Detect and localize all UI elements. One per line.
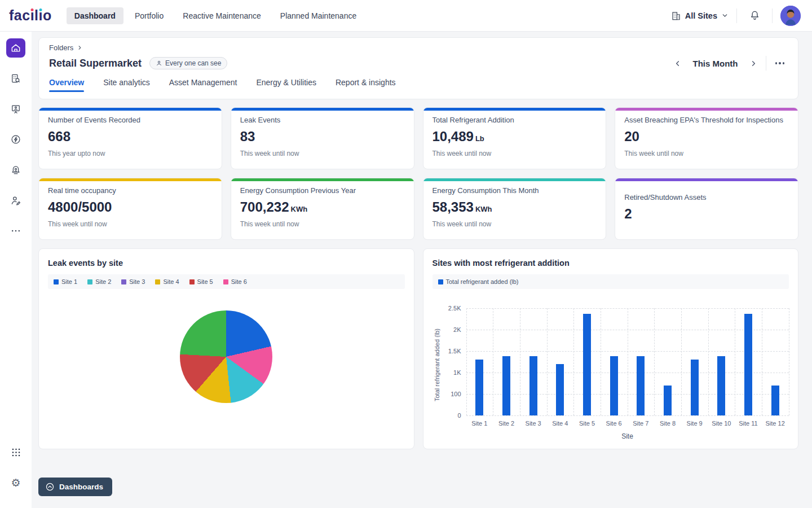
tab-asset-management[interactable]: Asset Management bbox=[169, 78, 237, 92]
user-avatar[interactable] bbox=[780, 6, 801, 26]
bar-site-8[interactable] bbox=[664, 386, 672, 415]
legend-label: Total refrigerant added (lb) bbox=[446, 278, 519, 285]
dashboard-tabs: Overview Site analytics Asset Management… bbox=[49, 78, 788, 92]
refrigerant-bar-chart[interactable]: Total refrigerant added (lb) 01001K1.5K2… bbox=[433, 292, 789, 439]
bar-site-3[interactable] bbox=[529, 356, 537, 415]
more-options-button[interactable] bbox=[772, 59, 788, 68]
visibility-badge-label: Every one can see bbox=[165, 59, 221, 67]
legend-swatch bbox=[87, 279, 92, 284]
legend-item[interactable]: Site 3 bbox=[121, 278, 145, 285]
nav-item-planned-maintenance[interactable]: Planned Maintenance bbox=[272, 7, 364, 24]
bar-site-9[interactable] bbox=[691, 360, 699, 415]
dashboards-button[interactable]: Dashboards bbox=[38, 478, 112, 496]
gridline bbox=[493, 308, 493, 415]
y-tick-label: 1.5K bbox=[448, 348, 461, 354]
gridline bbox=[681, 308, 682, 415]
notifications-button[interactable] bbox=[745, 6, 764, 25]
next-period-button[interactable] bbox=[747, 57, 760, 70]
sidebar-item-assets[interactable] bbox=[6, 99, 25, 119]
gridline bbox=[466, 415, 789, 416]
breadcrumb[interactable]: Folders bbox=[49, 43, 788, 52]
sidebar-item-more[interactable] bbox=[6, 221, 25, 240]
legend-item[interactable]: Site 1 bbox=[54, 278, 77, 285]
building-icon bbox=[671, 11, 681, 21]
breadcrumb-folders[interactable]: Folders bbox=[49, 43, 73, 52]
sidebar-item-portfolio[interactable] bbox=[6, 69, 25, 88]
bar-site-5[interactable] bbox=[583, 314, 591, 415]
alarm-person-icon bbox=[10, 164, 21, 176]
stat-card-energy-previous-year[interactable]: Energy Consumption Previous Year 700,232… bbox=[231, 178, 414, 240]
sidebar-item-alarms[interactable] bbox=[6, 160, 25, 179]
bar-site-7[interactable] bbox=[637, 356, 645, 415]
stat-card-refrigerant-addition[interactable]: Total Refrigerant Addition 10,489Lb This… bbox=[423, 107, 607, 169]
settings-button[interactable]: ⚙ bbox=[6, 473, 25, 492]
tab-site-analytics[interactable]: Site analytics bbox=[103, 78, 149, 92]
legend-label: Site 1 bbox=[61, 278, 77, 285]
bar-site-4[interactable] bbox=[556, 364, 564, 415]
legend-item[interactable]: Site 6 bbox=[223, 278, 247, 285]
bell-icon bbox=[749, 10, 760, 21]
y-tick-label: 2K bbox=[453, 326, 461, 333]
legend-item[interactable]: Site 5 bbox=[189, 278, 213, 285]
card-value: 2 bbox=[624, 206, 789, 222]
stat-card-leak-events[interactable]: Leak Events 83 This week until now bbox=[231, 107, 414, 169]
x-tick-label: Site 4 bbox=[552, 420, 568, 427]
apps-grid-icon bbox=[11, 447, 21, 458]
divider bbox=[772, 8, 773, 23]
visibility-badge[interactable]: Every one can see bbox=[149, 57, 227, 69]
card-accent-bar bbox=[231, 178, 414, 181]
legend-swatch bbox=[223, 279, 228, 284]
y-tick-label: 2.5K bbox=[448, 305, 461, 312]
pie-legend: Site 1Site 2Site 3Site 4Site 5Site 6 bbox=[48, 274, 405, 289]
tab-overview[interactable]: Overview bbox=[49, 78, 84, 92]
sidebar-item-energy[interactable] bbox=[6, 130, 25, 149]
person-icon bbox=[156, 60, 162, 67]
card-subtitle: This week until now bbox=[433, 220, 597, 228]
x-tick-label: Site 3 bbox=[526, 420, 541, 427]
stat-card-energy-this-month[interactable]: Energy Consumption This Month 58,353KWh … bbox=[423, 178, 607, 240]
gridline bbox=[466, 308, 467, 415]
bar-site-12[interactable] bbox=[771, 386, 779, 415]
stat-card-occupancy[interactable]: Real time occupancy 4800/5000 This week … bbox=[38, 178, 222, 240]
chevron-down-icon bbox=[721, 12, 729, 19]
bar-site-6[interactable] bbox=[610, 356, 618, 415]
card-accent-bar bbox=[615, 178, 798, 181]
nav-item-portfolio[interactable]: Portfolio bbox=[127, 7, 171, 24]
divider bbox=[736, 8, 737, 23]
period-selector[interactable]: This Month bbox=[693, 59, 738, 68]
stat-card-events-recorded[interactable]: Number of Events Recorded 668 This year … bbox=[38, 107, 222, 169]
legend-item[interactable]: Site 4 bbox=[155, 278, 179, 285]
card-subtitle: This week until now bbox=[240, 220, 405, 228]
nav-item-dashboard[interactable]: Dashboard bbox=[67, 7, 123, 24]
legend-item: Total refrigerant added (lb) bbox=[438, 278, 519, 285]
legend-item[interactable]: Site 2 bbox=[87, 278, 111, 285]
tab-report-insights[interactable]: Report & insights bbox=[336, 78, 396, 92]
x-tick-label: Site 10 bbox=[712, 420, 731, 427]
bar-site-10[interactable] bbox=[717, 356, 725, 415]
gridline bbox=[708, 308, 709, 415]
card-value: 58,353KWh bbox=[433, 199, 597, 215]
card-subtitle: This year upto now bbox=[48, 150, 213, 157]
nav-item-reactive-maintenance[interactable]: Reactive Maintenance bbox=[175, 7, 269, 24]
main-nav: Dashboard Portfolio Reactive Maintenance… bbox=[67, 7, 364, 24]
page-title: Retail Supermarket bbox=[49, 58, 142, 69]
card-value: 700,232KWh bbox=[240, 199, 405, 215]
x-tick-label: Site 2 bbox=[498, 420, 514, 427]
y-tick-label: 100 bbox=[451, 391, 461, 397]
stat-card-retired-assets[interactable]: Retired/Shutdown Assets 2 bbox=[615, 178, 798, 240]
apps-launcher-button[interactable] bbox=[6, 443, 25, 462]
card-accent-bar bbox=[39, 178, 222, 181]
sidebar-item-home[interactable] bbox=[6, 38, 25, 58]
gridline bbox=[520, 308, 520, 415]
bar-site-1[interactable] bbox=[475, 360, 483, 415]
bar-site-2[interactable] bbox=[502, 356, 510, 415]
sidebar-item-vendors[interactable] bbox=[6, 191, 25, 210]
stat-card-epa-threshold[interactable]: Asset Breaching EPA's Threshold for Insp… bbox=[615, 107, 798, 169]
gridline bbox=[573, 308, 574, 415]
previous-period-button[interactable] bbox=[671, 57, 684, 70]
leak-events-pie-chart[interactable] bbox=[180, 310, 272, 403]
site-selector[interactable]: All Sites bbox=[671, 11, 729, 21]
bar-plot: 01001K1.5K2K2.5KSite 1Site 2Site 3Site 4… bbox=[466, 308, 789, 415]
tab-energy-utilities[interactable]: Energy & Utilities bbox=[256, 78, 316, 92]
bar-site-11[interactable] bbox=[744, 314, 752, 415]
